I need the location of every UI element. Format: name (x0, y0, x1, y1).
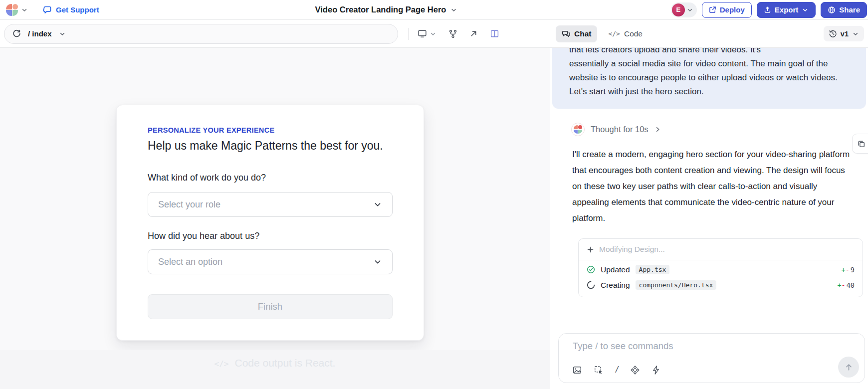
chat-composer: / (558, 333, 865, 383)
monitor-icon (418, 29, 427, 38)
route-chevron-icon[interactable] (59, 30, 66, 37)
user-message-clipped-line: that lets creators upload and share thei… (569, 48, 849, 57)
hear-about-placeholder: Select an option (158, 257, 222, 267)
slash-command-button[interactable]: / (616, 365, 618, 375)
open-in-new-tab-button[interactable] (469, 29, 478, 38)
thought-toggle[interactable]: Thought for 10s (571, 122, 868, 137)
device-preview-selector[interactable] (418, 29, 436, 38)
progress-card: Modifying Design... Updated App.tsx + - … (578, 238, 863, 297)
code-output-note: Code output is React. (234, 357, 335, 369)
version-selector[interactable]: v1 (824, 26, 864, 41)
chat-pane: that lets creators upload and share thei… (550, 48, 868, 389)
question-hear-label: How did you hear about us? (148, 231, 393, 241)
route-path: / index (28, 29, 52, 38)
modal-heading: Help us make Magic Patterns the best for… (148, 139, 393, 153)
file-status: Updated (601, 265, 630, 274)
sparkle-icon (587, 246, 594, 253)
upload-icon (764, 6, 771, 13)
diamonds-icon (631, 366, 640, 375)
quick-actions-button[interactable] (652, 366, 660, 375)
file-chip: components/Hero.tsx (636, 280, 717, 290)
select-chevron-icon (373, 200, 382, 209)
select-area-icon (594, 366, 603, 375)
share-button[interactable]: Share (821, 2, 867, 18)
project-title: Video Creator Landing Page Hero (315, 5, 446, 14)
version-label: v1 (841, 30, 849, 38)
tab-code[interactable]: </> Code (602, 25, 649, 42)
components-button[interactable] (631, 366, 640, 375)
finish-button[interactable]: Finish (148, 294, 393, 319)
spinner-icon (587, 281, 595, 289)
role-select-placeholder: Select your role (158, 199, 220, 210)
deploy-label: Deploy (720, 5, 745, 14)
copy-icon (857, 140, 866, 148)
export-label: Export (775, 5, 799, 14)
arrow-up-icon (845, 363, 853, 372)
diff-minus: - (842, 281, 846, 289)
send-button[interactable] (838, 357, 859, 378)
progress-row: Creating components/Hero.tsx + - 40 (579, 279, 863, 297)
progress-row: Updated App.tsx + - 9 (579, 260, 863, 279)
finish-label: Finish (258, 301, 282, 312)
get-support-link[interactable]: Get Support (43, 5, 99, 14)
preview-footer: </> Code output is React. (0, 350, 550, 389)
account-menu[interactable]: E (671, 2, 697, 17)
chat-input[interactable] (573, 341, 830, 352)
question-work-label: What kind of work do you do? (148, 173, 393, 183)
diff-minus: - (846, 266, 850, 274)
assistant-message: I'll create a modern, engaging hero sect… (572, 147, 854, 226)
get-support-label: Get Support (56, 5, 99, 14)
magic-patterns-logo-icon (574, 125, 582, 134)
hear-about-select[interactable]: Select an option (148, 249, 393, 274)
refresh-icon[interactable] (12, 29, 21, 38)
thought-label: Thought for 10s (591, 125, 649, 134)
role-select[interactable]: Select your role (148, 192, 393, 217)
progress-header: Modifying Design... (579, 239, 863, 260)
user-message-last-line: Let's start with just the hero section. (569, 85, 849, 99)
assistant-avatar (571, 123, 585, 136)
select-element-button[interactable] (594, 366, 603, 375)
deploy-button[interactable]: Deploy (702, 2, 752, 18)
preview-toolbar: / index (0, 20, 550, 48)
code-glyph-icon: </> (608, 30, 620, 37)
url-bar[interactable]: / index (4, 24, 398, 44)
speech-bubble-icon (43, 5, 52, 14)
title-chevron-icon (450, 6, 457, 13)
select-chevron-icon (373, 257, 382, 266)
app-header: Get Support Video Creator Landing Page H… (0, 0, 868, 20)
workspace-menu-chevron-icon[interactable] (21, 6, 28, 13)
history-icon (829, 29, 837, 38)
copy-message-button[interactable] (852, 134, 868, 154)
personalize-modal: PERSONALIZE YOUR EXPERIENCE Help us make… (116, 105, 424, 341)
diff-plus: + (837, 281, 841, 289)
user-message-bubble: that lets creators upload and share thei… (552, 48, 866, 109)
version-chevron-icon (852, 30, 859, 37)
chevron-right-icon (654, 126, 661, 133)
diff-num: 40 (847, 281, 855, 289)
toolbar: / index (0, 20, 868, 48)
code-glyph-icon: </> (215, 357, 229, 369)
export-button[interactable]: Export (757, 2, 816, 18)
external-link-icon (709, 6, 716, 13)
file-status: Creating (601, 281, 630, 290)
lightning-icon (652, 366, 660, 375)
chat-toolbar: Chat </> Code v1 (550, 20, 868, 48)
diff-count: + - 9 (842, 266, 855, 274)
tab-chat[interactable]: Chat (556, 25, 597, 42)
file-chip: App.tsx (636, 265, 670, 274)
magic-patterns-logo-icon (6, 4, 18, 16)
user-message-body: essentially a social media site for vide… (569, 57, 849, 85)
split-view-button[interactable] (490, 29, 499, 38)
tab-code-label: Code (624, 29, 643, 38)
toolbar-divider (408, 28, 409, 40)
component-tree-button[interactable] (448, 29, 457, 38)
attach-image-button[interactable] (573, 366, 582, 375)
diff-count: + - 40 (837, 281, 855, 289)
diff-plus: + (842, 266, 846, 274)
chat-bubbles-icon (562, 29, 570, 38)
account-chevron-icon (686, 6, 693, 13)
project-title-dropdown[interactable]: Video Creator Landing Page Hero (315, 5, 457, 14)
preview-pane: PERSONALIZE YOUR EXPERIENCE Help us make… (0, 48, 550, 389)
check-circle-icon (587, 265, 595, 274)
avatar: E (672, 3, 685, 16)
